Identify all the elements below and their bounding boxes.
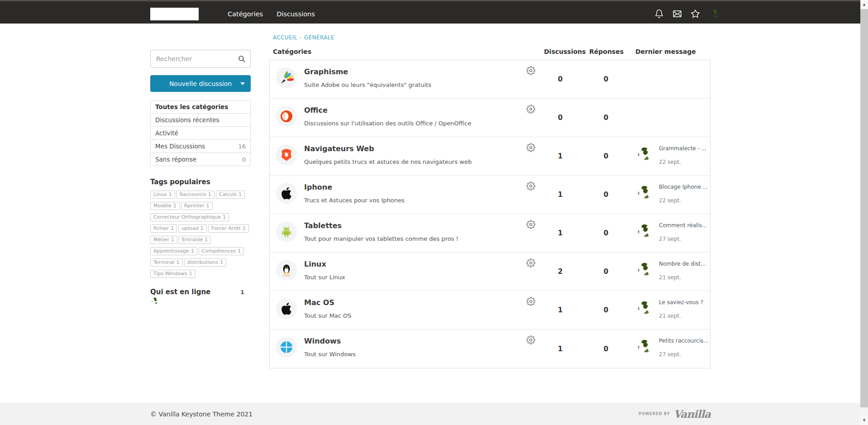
online-user-avatar[interactable]	[150, 299, 160, 308]
bell-icon[interactable]	[654, 9, 664, 19]
user-avatar[interactable]	[635, 298, 655, 318]
search-icon[interactable]	[238, 55, 246, 63]
tag[interactable]: distributions1	[184, 258, 226, 267]
category-description: Tout sur Linux	[304, 274, 345, 281]
tag[interactable]: Linux1	[150, 191, 175, 199]
category-title[interactable]: Mac OS	[304, 298, 352, 307]
gear-icon[interactable]	[526, 335, 535, 344]
tag[interactable]: fichier1	[150, 224, 177, 233]
last-message-title[interactable]: Nombre de dist...	[659, 261, 706, 267]
last-message-date: 21 sept.	[659, 313, 703, 319]
category-row-office[interactable]: Office Discussions sur l'utilisation des…	[270, 99, 710, 137]
user-avatar[interactable]	[635, 337, 655, 357]
column-discussions: Discussions	[544, 48, 577, 55]
replies-count: 0	[577, 99, 635, 137]
category-row-linux[interactable]: Linux Tout sur Linux 2 0 Nombre de dist.…	[270, 253, 710, 291]
apple-icon	[276, 298, 297, 319]
last-message-title[interactable]: Comment réalis...	[659, 222, 707, 229]
tag[interactable]: Modèle1	[150, 202, 180, 210]
last-message-title[interactable]: Petits raccourcis...	[659, 338, 709, 344]
category-row-navigateurs-web[interactable]: Navigateurs Web Quelques petits trucs et…	[270, 137, 710, 176]
mail-icon[interactable]	[672, 9, 682, 19]
tag[interactable]: Tips Windows1	[150, 270, 196, 278]
category-row-mac-os[interactable]: Mac OS Tout sur Mac OS 1 0 Le saviez-vou…	[270, 291, 710, 329]
category-title[interactable]: Iphone	[304, 183, 405, 191]
navbar: Catégories Discussions	[0, 0, 868, 24]
category-description: Trucs et Astuces pour vos Iphones	[304, 197, 405, 204]
gear-icon[interactable]	[526, 258, 535, 267]
gear-icon[interactable]	[526, 143, 535, 152]
category-row-windows[interactable]: Windows Tout sur Windows 1 0 Petits racc…	[270, 329, 710, 368]
tag[interactable]: Métier1	[150, 236, 177, 244]
tag[interactable]: Entraide1	[179, 236, 211, 244]
tag[interactable]: Rprinter1	[181, 202, 213, 210]
tag[interactable]: Calculs1	[216, 191, 245, 199]
category-title[interactable]: Windows	[304, 337, 356, 345]
sidebar-item-activity[interactable]: Activité	[151, 127, 250, 140]
tag[interactable]: Apprentissage1	[150, 247, 197, 255]
category-title[interactable]: Linux	[304, 260, 345, 268]
category-title[interactable]: Tablettes	[304, 221, 458, 230]
tag[interactable]: Correcteur Orthographique1	[150, 213, 229, 221]
copyright-text: © Vanilla Keystone Theme 2021	[150, 411, 253, 418]
search-input[interactable]	[150, 50, 251, 68]
replies-count: 0	[577, 253, 635, 291]
category-title[interactable]: Graphisme	[304, 67, 431, 76]
gear-icon[interactable]	[526, 297, 535, 306]
category-description: Quelques petits trucs et astuces de nos …	[304, 158, 472, 165]
replies-count: 0	[577, 137, 635, 175]
scrollbar[interactable]: ▲ ▼	[860, 0, 868, 425]
new-discussion-button[interactable]: Nouvelle discussion	[150, 75, 251, 92]
scroll-up-arrow-icon[interactable]: ▲	[860, 0, 868, 9]
breadcrumb-current[interactable]: GÉNÉRALE	[304, 34, 334, 41]
discussions-count: 1	[544, 176, 577, 214]
replies-count: 0	[577, 214, 635, 252]
gear-icon[interactable]	[526, 181, 535, 191]
star-icon[interactable]	[691, 9, 700, 19]
tag[interactable]: Raccourcis1	[176, 191, 215, 199]
popular-tags-title: Tags populaires	[150, 178, 251, 186]
last-message-title[interactable]: Blocage Iphone ...	[659, 184, 708, 190]
last-message-date: 21 sept.	[659, 274, 706, 281]
tag[interactable]: Compétences1	[199, 247, 244, 255]
discussions-count: 1	[544, 137, 577, 175]
sidebar-item-my-discussions[interactable]: Mes Discussions 16	[151, 140, 250, 153]
gear-icon[interactable]	[526, 105, 535, 114]
breadcrumb: ACCUEIL›GÉNÉRALE	[269, 34, 711, 41]
gear-icon[interactable]	[526, 66, 535, 75]
footer: © Vanilla Keystone Theme 2021 POWERED BY…	[0, 403, 860, 425]
user-avatar[interactable]	[635, 221, 655, 241]
category-row-iphone[interactable]: Iphone Trucs et Astuces pour vos Iphones…	[270, 176, 710, 214]
online-title: Qui est en ligne	[150, 288, 210, 296]
sidebar-item-recent-discussions[interactable]: Discussions récentes	[151, 114, 250, 127]
replies-count: 0	[577, 291, 635, 329]
category-row-tablettes[interactable]: Tablettes Tout pour manipuler vos tablet…	[270, 214, 710, 253]
scrollbar-thumb[interactable]	[860, 9, 868, 407]
gear-icon[interactable]	[526, 220, 535, 229]
last-message-date: 27 sept.	[659, 351, 709, 358]
nav-link-categories[interactable]: Catégories	[228, 10, 263, 18]
breadcrumb-home[interactable]: ACCUEIL	[273, 34, 297, 41]
last-message-title[interactable]: Le saviez-vous ?	[659, 299, 703, 306]
category-description: Tout pour manipuler vos tablettes comme …	[304, 235, 458, 242]
user-avatar[interactable]	[635, 260, 655, 280]
tag[interactable]: upload1	[178, 224, 206, 233]
last-message-title[interactable]: Grammalecte - ...	[659, 145, 706, 152]
user-avatar[interactable]	[635, 144, 655, 164]
user-avatar[interactable]	[709, 8, 721, 20]
chevron-down-icon[interactable]	[240, 82, 245, 85]
sidebar-item-all-categories[interactable]: Toutes les catégories	[151, 100, 250, 114]
category-title[interactable]: Navigateurs Web	[304, 144, 472, 153]
category-title[interactable]: Office	[304, 106, 472, 115]
sidebar-item-unanswered[interactable]: Sans réponse 0	[151, 153, 250, 166]
site-logo[interactable]	[150, 8, 199, 20]
nav-link-discussions[interactable]: Discussions	[277, 10, 315, 18]
tag[interactable]: Forcer Arrêt1	[208, 224, 249, 233]
vanilla-logo[interactable]: POWERED BY Vanilla	[639, 408, 711, 420]
user-avatar[interactable]	[635, 183, 655, 203]
replies-count: 0	[577, 329, 635, 368]
tag[interactable]: Terminal1	[150, 258, 183, 267]
scroll-down-arrow-icon[interactable]: ▼	[860, 416, 868, 425]
category-row-graphisme[interactable]: Graphisme Suite Adobe ou leurs "équivale…	[270, 60, 710, 99]
new-discussion-label: Nouvelle discussion	[169, 80, 232, 87]
